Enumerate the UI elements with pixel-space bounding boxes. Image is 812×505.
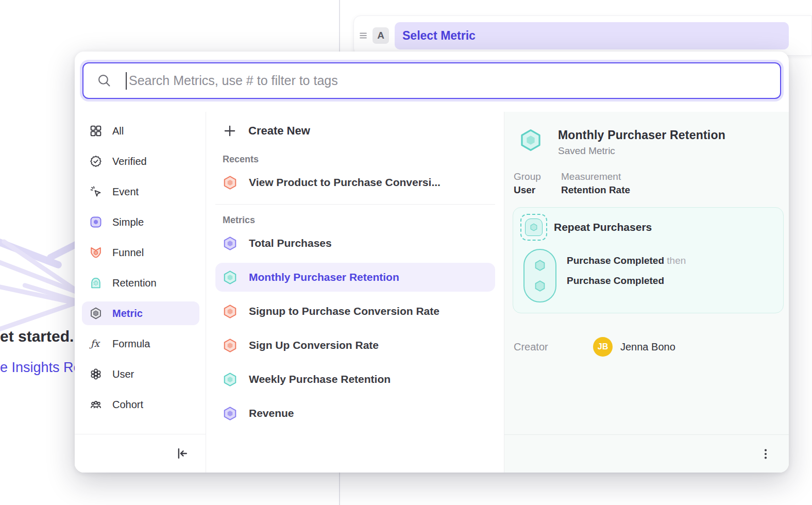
- sidebar-item-verified[interactable]: Verified: [82, 149, 199, 173]
- verified-icon: [89, 155, 103, 168]
- step-two-event: Purchase Completed: [567, 275, 664, 286]
- background-headline-fragment: et started.: [0, 328, 74, 345]
- event-sequence-pill: [523, 249, 556, 302]
- metric-list-column: Create New Recents View Product to Purch…: [206, 112, 504, 473]
- metric-item-label: Monthly Purchaser Retention: [249, 271, 399, 283]
- sidebar-item-cohort[interactable]: Cohort: [82, 393, 199, 416]
- cohort-definition-icon: [520, 214, 547, 241]
- funnel-metric-hex-icon: [223, 175, 238, 190]
- metric-list-item[interactable]: Weekly Purchase Retention: [215, 365, 495, 394]
- formula-icon: [89, 337, 103, 350]
- select-metric-button[interactable]: Select Metric: [395, 22, 789, 49]
- sidebar-item-formula[interactable]: Formula: [82, 332, 199, 356]
- funnel-metric-hex-icon: [223, 338, 238, 353]
- creator-name: Jenna Bono: [620, 341, 675, 353]
- cohort-icon: [89, 398, 103, 411]
- metric-picker-modal: All Verified Event Simple Funnel: [75, 52, 789, 473]
- creator-label: Creator: [514, 341, 577, 353]
- plus-icon: [223, 124, 237, 138]
- creator-avatar: JB: [593, 337, 613, 357]
- metric-list-item[interactable]: Revenue: [215, 399, 495, 428]
- search-input[interactable]: [127, 63, 780, 98]
- filter-sidebar: All Verified Event Simple Funnel: [75, 112, 206, 473]
- collapse-sidebar-icon[interactable]: [175, 446, 190, 461]
- hexagon-icon: [533, 279, 547, 293]
- recent-item[interactable]: View Product to Purchase Conversi...: [215, 168, 495, 197]
- sidebar-item-all[interactable]: All: [82, 119, 199, 143]
- sidebar-item-event[interactable]: Event: [82, 180, 199, 204]
- simple-metric-hex-icon: [223, 236, 238, 251]
- metric-item-label: Signup to Purchase Conversion Rate: [249, 305, 439, 317]
- hexagon-icon: [533, 259, 547, 272]
- measurement-label: Measurement: [561, 171, 630, 182]
- retention-metric-hex-icon: [223, 372, 238, 387]
- retention-metric-hex-icon: [223, 270, 238, 285]
- sidebar-item-label: User: [112, 368, 134, 380]
- sidebar-item-user[interactable]: User: [82, 362, 199, 386]
- detail-title: Monthly Purchaser Retention: [558, 128, 725, 142]
- metric-item-label: Weekly Purchase Retention: [249, 373, 391, 385]
- query-builder-row: A Select Metric: [353, 15, 812, 56]
- step-connector: then: [667, 255, 686, 266]
- funnel-metric-hex-icon: [223, 304, 238, 319]
- simple-icon: [89, 215, 103, 229]
- sidebar-item-funnel[interactable]: Funnel: [82, 241, 199, 264]
- recent-item-label: View Product to Purchase Conversi...: [249, 176, 441, 189]
- detail-footer: [504, 434, 789, 473]
- measurement-value: Retention Rate: [561, 184, 630, 196]
- user-icon: [89, 367, 103, 381]
- sidebar-item-label: Funnel: [112, 247, 144, 259]
- all-icon: [89, 124, 103, 138]
- hexagon-icon: [529, 223, 538, 232]
- metric-item-label: Total Purchases: [249, 237, 332, 249]
- metric-item-label: Sign Up Conversion Rate: [249, 339, 379, 351]
- search-icon: [97, 73, 112, 88]
- metric-list-item[interactable]: Total Purchases: [215, 229, 495, 258]
- sidebar-item-label: Cohort: [112, 399, 143, 411]
- more-options-icon[interactable]: [759, 447, 772, 461]
- metric-item-label: Revenue: [249, 407, 294, 419]
- metric-detail-panel: Monthly Purchaser Retention Saved Metric…: [504, 112, 789, 473]
- funnel-icon: [89, 246, 103, 259]
- group-value: User: [514, 184, 549, 196]
- retention-icon: [89, 276, 103, 290]
- retention-metric-hex-icon: [519, 128, 543, 152]
- event-icon: [89, 185, 103, 198]
- sidebar-item-label: Metric: [112, 308, 143, 319]
- metric-letter-badge[interactable]: A: [373, 27, 389, 44]
- group-label: Group: [514, 171, 549, 182]
- simple-metric-hex-icon: [223, 406, 238, 421]
- metric-list-item[interactable]: Signup to Purchase Conversion Rate: [215, 297, 495, 326]
- sidebar-item-label: Event: [112, 186, 139, 198]
- sidebar-item-label: Verified: [112, 156, 147, 167]
- select-metric-label: Select Metric: [402, 29, 476, 43]
- detail-subtitle: Saved Metric: [558, 145, 725, 157]
- search-bar: [82, 62, 781, 99]
- sidebar-item-label: Formula: [112, 338, 150, 350]
- sidebar-footer: [75, 434, 206, 473]
- background-insights-report-link[interactable]: e Insights Re: [0, 360, 81, 376]
- create-new-label: Create New: [248, 124, 310, 138]
- sidebar-item-label: Retention: [112, 277, 157, 289]
- creator-row: Creator JB Jenna Bono: [514, 337, 789, 357]
- step-one-event: Purchase Completed: [567, 255, 664, 266]
- drag-handle-icon[interactable]: [358, 30, 368, 41]
- recents-section-label: Recents: [223, 154, 495, 165]
- sidebar-item-retention[interactable]: Retention: [82, 271, 199, 295]
- metric-list-item-selected[interactable]: Monthly Purchaser Retention: [215, 263, 495, 292]
- sidebar-item-metric[interactable]: Metric: [82, 301, 199, 325]
- metric-list-item[interactable]: Sign Up Conversion Rate: [215, 331, 495, 360]
- create-new-button[interactable]: Create New: [215, 118, 495, 144]
- section-divider: [215, 204, 495, 205]
- metrics-section-label: Metrics: [223, 215, 495, 226]
- sidebar-item-label: Simple: [112, 216, 144, 228]
- definition-name: Repeat Purchasers: [554, 221, 652, 233]
- definition-card: Repeat Purchasers Purchase Completed the…: [513, 207, 784, 313]
- sidebar-item-simple[interactable]: Simple: [82, 210, 199, 234]
- metric-icon: [89, 307, 103, 320]
- sidebar-item-label: All: [112, 125, 124, 137]
